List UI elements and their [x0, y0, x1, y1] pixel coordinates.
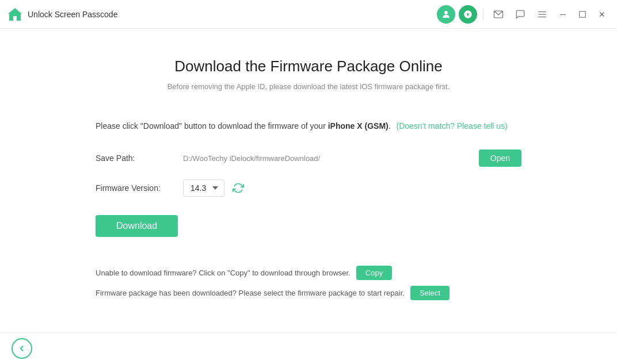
bottom-bar	[0, 332, 617, 364]
maximize-button[interactable]	[574, 6, 591, 22]
save-path-row: Save Path: D:/WooTechy iDelock/firmwareD…	[96, 150, 521, 167]
title-bar-left: Unlock Screen Passcode	[7, 6, 437, 22]
close-button[interactable]: ✕	[594, 6, 610, 22]
user-avatar-icon[interactable]	[437, 5, 455, 24]
copy-action-row: Unable to download firmware? Click on "C…	[96, 266, 521, 280]
mail-icon-button[interactable]	[489, 5, 508, 24]
minimize-button[interactable]: ─	[555, 6, 571, 22]
app-title: Unlock Screen Passcode	[28, 10, 117, 19]
open-button[interactable]: Open	[479, 150, 521, 167]
title-bar: Unlock Screen Passcode	[0, 0, 617, 29]
instruction-text: Please click "Download" button to downlo…	[96, 121, 326, 131]
bottom-actions: Unable to download firmware? Click on "C…	[96, 266, 521, 306]
content-card: Please click "Download" button to downlo…	[96, 120, 521, 237]
copy-button[interactable]: Copy	[356, 266, 392, 280]
mismatch-link[interactable]: (Doesn't match? Please tell us)	[397, 121, 508, 131]
back-button[interactable]	[12, 338, 32, 359]
refresh-icon[interactable]	[231, 181, 245, 195]
chat-icon-button[interactable]	[511, 5, 530, 24]
menu-icon-button[interactable]	[533, 5, 551, 24]
save-path-value: D:/WooTechy iDelock/firmwareDownload/	[183, 154, 472, 163]
separator	[483, 9, 483, 20]
upgrade-icon[interactable]	[459, 5, 477, 24]
svg-rect-6	[580, 11, 585, 17]
page-subtitle: Before removing the Apple ID, please dow…	[167, 82, 450, 91]
firmware-version-row: Firmware Version: 14.3 14.2 14.1 14.0	[96, 179, 521, 197]
page-title: Download the Firmware Package Online	[174, 58, 442, 75]
device-name: iPhone X (GSM)	[328, 121, 389, 131]
title-bar-right: ─ ✕	[437, 5, 610, 24]
instruction-line: Please click "Download" button to downlo…	[96, 120, 521, 132]
firmware-version-label: Firmware Version:	[96, 183, 176, 193]
app-icon	[7, 6, 23, 22]
select-action-row: Firmware package has been downloaded? Pl…	[96, 286, 521, 300]
copy-instruction-text: Unable to download firmware? Click on "C…	[96, 269, 351, 277]
firmware-version-select[interactable]: 14.3 14.2 14.1 14.0	[183, 179, 224, 197]
save-path-label: Save Path:	[96, 154, 176, 163]
select-instruction-text: Firmware package has been downloaded? Pl…	[96, 289, 405, 297]
svg-point-1	[444, 11, 448, 14]
main-content: Download the Firmware Package Online Bef…	[0, 29, 617, 332]
svg-marker-0	[8, 8, 22, 21]
download-button[interactable]: Download	[96, 215, 178, 237]
select-button[interactable]: Select	[410, 286, 450, 300]
